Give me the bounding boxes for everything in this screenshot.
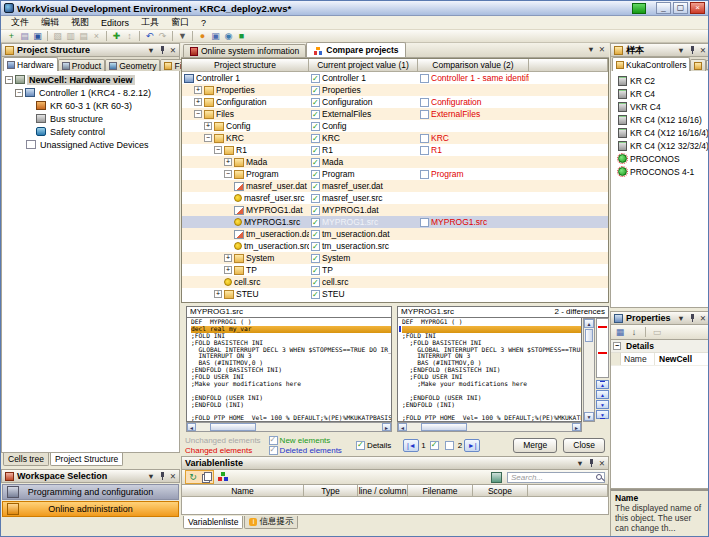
compare-row-configuration[interactable]: +ConfigurationConfigurationConfiguration: [182, 96, 608, 108]
checkbox[interactable]: [311, 98, 320, 107]
expander-icon[interactable]: −: [204, 134, 212, 142]
pin-icon[interactable]: [159, 45, 166, 55]
column-header-line-column[interactable]: line / column: [358, 485, 408, 497]
checkbox[interactable]: [311, 122, 320, 131]
expander-icon[interactable]: +: [214, 290, 222, 298]
scroll-down-icon[interactable]: ▼: [584, 412, 594, 421]
previous-difference-button[interactable]: ▲: [596, 390, 609, 399]
panel-menu-icon[interactable]: ▼: [147, 46, 154, 55]
compare-row-r1[interactable]: −R1R1R1: [182, 144, 608, 156]
network-icon[interactable]: ◉: [222, 30, 235, 42]
expander-icon[interactable]: −: [214, 146, 222, 154]
checkbox[interactable]: [311, 170, 320, 179]
catalog-item-proconos-4-1[interactable]: PROCONOS 4-1: [611, 165, 709, 178]
compare-row-controller-1[interactable]: Controller 1Controller 1Controller 1 - s…: [182, 72, 608, 84]
workspace-item-programming-and-configuration[interactable]: Programming and configuration: [2, 484, 179, 500]
variable-groups-icon[interactable]: [217, 471, 229, 483]
close-icon[interactable]: ✕: [599, 459, 605, 468]
restore-button[interactable]: ▢: [673, 2, 688, 14]
redo-icon[interactable]: ↷: [156, 30, 169, 42]
pin-icon[interactable]: [689, 313, 696, 323]
column-header-scope[interactable]: Scope: [473, 485, 528, 497]
close-icon[interactable]: ✕: [170, 472, 176, 481]
column-header-filename[interactable]: Filename: [408, 485, 473, 497]
compare-row-system[interactable]: +SystemSystem: [182, 252, 608, 264]
go-last-button[interactable]: ►|: [464, 439, 480, 452]
workvisual-project-icon[interactable]: ●: [196, 30, 209, 42]
tab-product[interactable]: Product: [58, 59, 105, 71]
compare-row-tp[interactable]: +TPTP: [182, 264, 608, 276]
dock-tab-project-structure[interactable]: Project Structure: [50, 453, 123, 466]
checkbox[interactable]: [311, 194, 320, 203]
diff-right-hscrollbar[interactable]: ◄ ►: [397, 422, 582, 432]
filter-icon[interactable]: [491, 472, 502, 483]
expander-icon[interactable]: −: [5, 76, 13, 84]
column-header-project-structure[interactable]: Project structure: [182, 59, 309, 72]
compare-row-properties[interactable]: +PropertiesProperties: [182, 84, 608, 96]
categorized-view-icon[interactable]: ▦: [614, 326, 626, 338]
checkbox[interactable]: [311, 146, 320, 155]
screen-icon[interactable]: ■: [235, 30, 248, 42]
copy-icon[interactable]: [200, 471, 212, 483]
column-header-name[interactable]: Name: [182, 485, 304, 497]
panel-menu-icon[interactable]: ▼: [147, 472, 154, 481]
doc-tab-online-system-information[interactable]: Online system information: [183, 44, 306, 57]
checkbox[interactable]: [311, 182, 320, 191]
expander-icon[interactable]: +: [224, 254, 232, 262]
menu-item-item[interactable]: 编辑: [35, 16, 65, 29]
scroll-thumb[interactable]: [210, 423, 256, 431]
diff-right-vscrollbar[interactable]: ▲ ▼: [583, 318, 595, 422]
copy-icon[interactable]: ▥: [64, 30, 77, 42]
checkbox[interactable]: [311, 86, 320, 95]
checkbox[interactable]: [420, 218, 429, 227]
panel-menu-icon[interactable]: ▼: [587, 45, 594, 54]
tree-item-newcell-hardware-view[interactable]: −NewCell: Hardware view: [2, 73, 179, 86]
tab-next-catalog[interactable]: [690, 59, 706, 71]
catalog-item-kr-c4-x12-16-16[interactable]: KR C4 (X12 16/16): [611, 113, 709, 126]
project-2-checkbox[interactable]: [445, 441, 454, 450]
close-icon[interactable]: ✕: [700, 314, 706, 323]
scroll-thumb[interactable]: [421, 423, 467, 431]
tab-hardware[interactable]: Hardware: [3, 57, 58, 71]
checkbox[interactable]: [311, 290, 320, 299]
tab-geometry[interactable]: Geometry: [105, 59, 160, 71]
diff-left-code[interactable]: DEF MYPROG1 ( )decl real my_var;FOLD INI…: [186, 318, 392, 422]
checkbox[interactable]: [311, 110, 320, 119]
tree-item-unassigned-active-devices[interactable]: Unassigned Active Devices: [2, 138, 179, 151]
tree-item-safety-control[interactable]: Safety control: [2, 125, 179, 138]
catalog-item-kr-c4-x12-16-16-4[interactable]: KR C4 (X12 16/16/4): [611, 126, 709, 139]
expander-icon[interactable]: +: [194, 98, 202, 106]
compare-row-krc[interactable]: −KRCKRCKRC: [182, 132, 608, 144]
compare-row-myprog1-dat[interactable]: MYPROG1.datMYPROG1.dat: [182, 204, 608, 216]
compare-row-tm-useraction-dat[interactable]: tm_useraction.dattm_useraction.dat: [182, 228, 608, 240]
tab-kukacontrollers[interactable]: KukaControllers: [612, 57, 690, 71]
scroll-up-icon[interactable]: ▲: [584, 319, 594, 328]
clipboard-icon[interactable]: ▤: [77, 30, 90, 42]
compare-row-myprog1-src[interactable]: MYPROG1.srcMYPROG1.srcMYPROG1.src: [182, 216, 608, 228]
tree-item-bus-structure[interactable]: Bus structure: [2, 112, 179, 125]
checkbox[interactable]: [420, 170, 429, 179]
new-project-icon[interactable]: +: [5, 30, 18, 42]
first-difference-button[interactable]: ▲: [596, 380, 609, 389]
expander-icon[interactable]: −: [15, 89, 23, 97]
connection-status-button[interactable]: [632, 3, 646, 14]
pin-icon[interactable]: [159, 471, 166, 481]
menu-item-editors[interactable]: Editors: [95, 18, 135, 28]
compare-row-files[interactable]: −FilesExternalFilesExternalFiles: [182, 108, 608, 120]
dock-tab-cells-tree[interactable]: Cells tree: [3, 453, 49, 466]
column-header-comparison-value-2[interactable]: Comparison value (2): [418, 59, 529, 72]
swap-icon[interactable]: ↕: [123, 30, 136, 42]
last-difference-button[interactable]: ▼: [596, 410, 609, 419]
catalog-item-vkr-c4[interactable]: VKR C4: [611, 100, 709, 113]
pin-icon[interactable]: [689, 45, 696, 55]
save-icon[interactable]: ▣: [31, 30, 44, 42]
column-header-type[interactable]: Type: [304, 485, 358, 497]
checkbox[interactable]: [311, 158, 320, 167]
catalog-item-proconos[interactable]: PROCONOS: [611, 152, 709, 165]
compare-row-steu[interactable]: +STEUSTEU: [182, 288, 608, 300]
expander-icon[interactable]: +: [204, 122, 212, 130]
scroll-right-icon[interactable]: ►: [572, 423, 581, 431]
go-first-button[interactable]: |◄: [403, 439, 419, 452]
dock-tab-item[interactable]: 信息提示: [244, 516, 298, 529]
checkbox[interactable]: [420, 98, 429, 107]
